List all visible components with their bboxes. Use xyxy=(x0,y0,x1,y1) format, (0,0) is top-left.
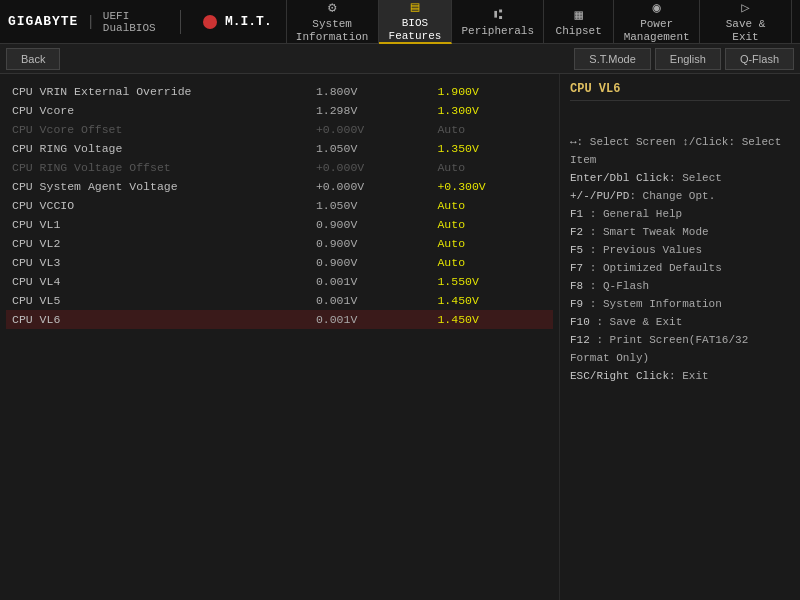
row-current: 0.900V xyxy=(310,215,432,234)
peripherals-icon: ⑆ xyxy=(494,7,502,23)
help-line: +/-/PU/PD: Change Opt. xyxy=(570,187,790,205)
table-row[interactable]: CPU VL30.900VAuto xyxy=(6,253,553,272)
help-line: Enter/Dbl Click: Select xyxy=(570,169,790,187)
row-value: +0.300V xyxy=(431,177,553,196)
power-icon: ◉ xyxy=(652,0,660,16)
row-current: 0.001V xyxy=(310,291,432,310)
row-name: CPU VRIN External Override xyxy=(6,82,310,101)
voltage-table: CPU VRIN External Override1.800V1.900VCP… xyxy=(6,82,553,329)
help-line: ↔: Select Screen ↕/Click: Select Item xyxy=(570,133,790,169)
qflash-button[interactable]: Q-Flash xyxy=(725,48,794,70)
row-current: 0.001V xyxy=(310,272,432,291)
table-row[interactable]: CPU System Agent Voltage+0.000V+0.300V xyxy=(6,177,553,196)
row-name: CPU Vcore xyxy=(6,101,310,120)
tab-mit[interactable]: M.I.T. xyxy=(189,0,287,44)
table-row[interactable]: CPU Vcore Offset+0.000VAuto xyxy=(6,120,553,139)
help-line: F12 : Print Screen(FAT16/32 Format Only) xyxy=(570,331,790,367)
right-panel-title: CPU VL6 xyxy=(570,82,790,101)
brand-sub: UEFI DualBIOS xyxy=(103,10,170,34)
tab-peripherals[interactable]: ⑆ Peripherals xyxy=(452,0,544,44)
bios-features-icon: ▤ xyxy=(411,0,419,15)
row-value: 1.900V xyxy=(431,82,553,101)
mit-dot xyxy=(203,15,217,29)
row-current: +0.000V xyxy=(310,158,432,177)
system-info-icon: ⚙ xyxy=(328,0,336,16)
sub-nav-right: S.T.Mode English Q-Flash xyxy=(574,48,794,70)
row-current: 1.800V xyxy=(310,82,432,101)
row-current: 0.900V xyxy=(310,253,432,272)
tab-power-label: PowerManagement xyxy=(624,18,690,44)
table-row[interactable]: CPU VL40.001V1.550V xyxy=(6,272,553,291)
brand-logo: GIGABYTE xyxy=(8,14,78,29)
row-value: 1.350V xyxy=(431,139,553,158)
row-name: CPU RING Voltage xyxy=(6,139,310,158)
stmode-button[interactable]: S.T.Mode xyxy=(574,48,650,70)
table-row[interactable]: CPU VL50.001V1.450V xyxy=(6,291,553,310)
tab-bios-features-label: BIOSFeatures xyxy=(389,17,442,43)
row-value: Auto xyxy=(431,215,553,234)
row-current: +0.000V xyxy=(310,120,432,139)
row-name: CPU VL4 xyxy=(6,272,310,291)
header: GIGABYTE | UEFI DualBIOS M.I.T. ⚙ System… xyxy=(0,0,800,44)
table-row[interactable]: CPU VL10.900VAuto xyxy=(6,215,553,234)
row-current: 1.298V xyxy=(310,101,432,120)
right-panel: CPU VL6 ↔: Select Screen ↕/Click: Select… xyxy=(560,74,800,600)
row-value: Auto xyxy=(431,253,553,272)
table-row[interactable]: CPU VL20.900VAuto xyxy=(6,234,553,253)
sub-nav: Back S.T.Mode English Q-Flash xyxy=(0,44,800,74)
tab-save-exit-label: Save & Exit xyxy=(712,18,779,44)
help-line: F1 : General Help xyxy=(570,205,790,223)
row-name: CPU VL2 xyxy=(6,234,310,253)
row-value: 1.450V xyxy=(431,291,553,310)
table-row[interactable]: CPU VRIN External Override1.800V1.900V xyxy=(6,82,553,101)
tab-system-info-label: SystemInformation xyxy=(296,18,369,44)
row-value: Auto xyxy=(431,120,553,139)
row-name: CPU Vcore Offset xyxy=(6,120,310,139)
nav-tabs: M.I.T. ⚙ SystemInformation ▤ BIOSFeature… xyxy=(189,0,792,44)
back-button[interactable]: Back xyxy=(6,48,60,70)
table-row[interactable]: CPU VL60.001V1.450V xyxy=(6,310,553,329)
tab-bios-features[interactable]: ▤ BIOSFeatures xyxy=(379,0,453,44)
row-current: 0.001V xyxy=(310,310,432,329)
tab-system-info[interactable]: ⚙ SystemInformation xyxy=(287,0,379,44)
row-current: 1.050V xyxy=(310,139,432,158)
row-value: Auto xyxy=(431,158,553,177)
help-line: F7 : Optimized Defaults xyxy=(570,259,790,277)
table-row[interactable]: CPU VCCIO1.050VAuto xyxy=(6,196,553,215)
help-line: F2 : Smart Tweak Mode xyxy=(570,223,790,241)
tab-save-exit[interactable]: ▷ Save & Exit xyxy=(700,0,792,44)
tab-chipset[interactable]: ▦ Chipset xyxy=(544,0,614,44)
chipset-icon: ▦ xyxy=(575,6,583,23)
row-current: 1.050V xyxy=(310,196,432,215)
help-section: ↔: Select Screen ↕/Click: Select ItemEnt… xyxy=(570,133,790,385)
main-content: CPU VRIN External Override1.800V1.900VCP… xyxy=(0,74,800,600)
row-current: +0.000V xyxy=(310,177,432,196)
row-name: CPU VL6 xyxy=(6,310,310,329)
tab-peripherals-label: Peripherals xyxy=(461,25,534,37)
mit-label: M.I.T. xyxy=(225,14,272,29)
brand: GIGABYTE | UEFI DualBIOS xyxy=(8,10,181,34)
help-line: ESC/Right Click: Exit xyxy=(570,367,790,385)
table-row[interactable]: CPU RING Voltage1.050V1.350V xyxy=(6,139,553,158)
row-name: CPU VL1 xyxy=(6,215,310,234)
row-value: Auto xyxy=(431,234,553,253)
english-button[interactable]: English xyxy=(655,48,721,70)
row-value: 1.550V xyxy=(431,272,553,291)
row-name: CPU VL3 xyxy=(6,253,310,272)
tab-chipset-label: Chipset xyxy=(556,25,602,37)
row-name: CPU VL5 xyxy=(6,291,310,310)
row-value: Auto xyxy=(431,196,553,215)
table-row[interactable]: CPU RING Voltage Offset+0.000VAuto xyxy=(6,158,553,177)
table-row[interactable]: CPU Vcore1.298V1.300V xyxy=(6,101,553,120)
save-exit-icon: ▷ xyxy=(741,0,749,16)
help-line: F8 : Q-Flash xyxy=(570,277,790,295)
help-line: F10 : Save & Exit xyxy=(570,313,790,331)
row-value: 1.450V xyxy=(431,310,553,329)
row-name: CPU RING Voltage Offset xyxy=(6,158,310,177)
tab-power-management[interactable]: ◉ PowerManagement xyxy=(614,0,700,44)
row-name: CPU System Agent Voltage xyxy=(6,177,310,196)
row-current: 0.900V xyxy=(310,234,432,253)
help-line: F5 : Previous Values xyxy=(570,241,790,259)
help-line: F9 : System Information xyxy=(570,295,790,313)
row-name: CPU VCCIO xyxy=(6,196,310,215)
